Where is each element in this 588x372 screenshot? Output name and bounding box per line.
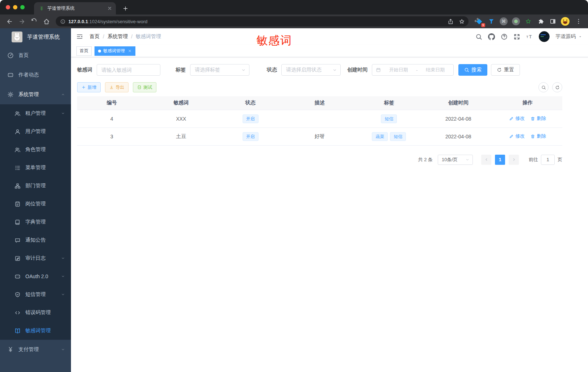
cell-actions: 修改删除 [493, 128, 562, 145]
date-range-picker[interactable]: 开始日期 - 结束日期 [372, 64, 454, 76]
add-button-label: 新增 [88, 84, 96, 91]
breadcrumb-system[interactable]: 系统管理 [108, 33, 128, 40]
sidebar-item-menu[interactable]: 菜单管理 [0, 159, 71, 177]
gear-icon [7, 91, 14, 98]
toggle-search-button[interactable] [538, 82, 549, 92]
sidebar-item-system[interactable]: 系统管理 [0, 85, 71, 104]
sidebar-item-error-code[interactable]: 错误码管理 [0, 304, 71, 322]
prev-page-button[interactable] [481, 155, 491, 165]
page-number-1[interactable]: 1 [495, 155, 505, 165]
date-separator: - [416, 67, 417, 73]
status-select[interactable]: 请选择启用状态 [281, 64, 341, 76]
logo-rabbit-avatar [12, 32, 22, 42]
window-close-button[interactable] [6, 5, 10, 9]
site-info-icon[interactable] [60, 19, 66, 24]
tag-close-icon[interactable] [128, 49, 132, 53]
menu-tree-icon [14, 165, 21, 171]
date-label: 创建时间 [347, 67, 368, 73]
page-size-select[interactable]: 10条/页 [438, 155, 473, 165]
search-button[interactable]: 搜索 [458, 64, 487, 76]
browser-tab[interactable]: 芋道管理系统 [34, 2, 116, 14]
profile-avatar[interactable] [560, 17, 570, 26]
extension-record-icon[interactable] [511, 17, 521, 26]
tag-home[interactable]: 首页 [76, 46, 92, 56]
tab-close-icon[interactable] [107, 6, 112, 11]
sidebar-item-role[interactable]: 角色管理 [0, 141, 71, 159]
extension-funnel-icon[interactable] [487, 17, 496, 26]
sidebar-item-tenant[interactable]: 租户管理 [0, 104, 71, 122]
sidebar-item-label: 用户管理 [25, 128, 46, 135]
user-avatar[interactable] [539, 31, 550, 42]
window-zoom-button[interactable] [20, 5, 25, 9]
code-icon [14, 310, 21, 316]
active-dot [98, 50, 101, 53]
sidebar-item-post[interactable]: 岗位管理 [0, 195, 71, 213]
tag-sensitive-word-active[interactable]: 敏感词管理 [94, 46, 135, 56]
sidebar-item-notice[interactable]: 通知公告 [0, 231, 71, 249]
breadcrumb-home[interactable]: 首页 [89, 33, 100, 40]
extensions-puzzle-icon[interactable] [536, 17, 545, 26]
font-size-icon[interactable]: T T [526, 33, 533, 40]
home-button[interactable] [41, 16, 52, 27]
next-page-button[interactable] [509, 155, 519, 165]
sidebar-item-sms[interactable]: 短信管理 [0, 285, 71, 304]
bookmark-star-icon[interactable] [459, 18, 465, 25]
sidebar-item-payment[interactable]: 支付管理 [0, 340, 71, 359]
sidebar-item-label: 短信管理 [25, 291, 46, 298]
sidebar-item-oauth[interactable]: OAuth 2.0 [0, 267, 71, 285]
chevron-up-icon [61, 92, 65, 97]
add-button[interactable]: 新增 [77, 82, 101, 92]
chevron-down-icon [61, 347, 65, 352]
edit-link[interactable]: 修改 [509, 133, 525, 139]
chevron-down-icon [61, 292, 65, 297]
edit-link[interactable]: 修改 [509, 115, 525, 122]
sidebar-item-sensitive-word[interactable]: 敏感词管理 [0, 322, 71, 340]
header-search-icon[interactable] [475, 33, 482, 40]
edit-log-icon [14, 255, 21, 262]
sidebar-item-label: 敏感词管理 [25, 327, 51, 334]
sidebar-item-audit-log[interactable]: 审计日志 [0, 249, 71, 267]
username-dropdown[interactable]: 芋道源码 [555, 33, 582, 40]
tag-label: 首页 [80, 48, 88, 54]
col-tags: 标签 [354, 96, 424, 110]
sidebar-item-author[interactable]: 作者动态 [0, 65, 71, 85]
date-end-placeholder[interactable]: 结束日期 [421, 67, 450, 73]
keyword-input[interactable] [97, 64, 160, 76]
new-tab-button[interactable] [122, 5, 129, 12]
date-start-placeholder[interactable]: 开始日期 [384, 67, 413, 73]
reload-button[interactable] [28, 16, 40, 27]
refresh-table-button[interactable] [552, 82, 562, 92]
col-desc: 描述 [285, 96, 354, 110]
browser-menu-icon[interactable] [573, 16, 584, 27]
cell-word: 土豆 [146, 128, 215, 145]
extension-star-icon[interactable] [524, 17, 533, 26]
share-icon[interactable] [448, 18, 454, 25]
sidebar-item-dict[interactable]: 字典管理 [0, 213, 71, 231]
tag-select[interactable]: 请选择标签 [190, 64, 249, 76]
test-button[interactable]: 测试 [133, 82, 156, 92]
delete-link[interactable]: 删除 [530, 133, 546, 139]
github-icon[interactable] [488, 33, 495, 40]
export-button[interactable]: 导出 [105, 82, 129, 92]
goto-page-input[interactable] [541, 155, 555, 165]
sidebar-fold-icon[interactable] [76, 33, 83, 40]
delete-link[interactable]: 删除 [530, 115, 546, 122]
sidebar-item-home[interactable]: 首页 [0, 46, 71, 65]
window-minimize-button[interactable] [13, 5, 17, 9]
chevron-down-icon [61, 111, 65, 116]
help-icon[interactable] [501, 33, 508, 40]
sidebar-item-label: 角色管理 [25, 146, 46, 153]
back-button[interactable] [4, 16, 15, 27]
window-controls [0, 5, 30, 14]
user-icon [14, 129, 21, 135]
fullscreen-icon[interactable] [513, 33, 520, 40]
sidebar-panel-icon[interactable] [548, 17, 558, 26]
extension-diamond-icon[interactable]: 9 [474, 17, 484, 26]
sidebar-item-dept[interactable]: 部门管理 [0, 177, 71, 195]
extension-command-icon[interactable]: ⌘ [499, 17, 508, 26]
sidebar-item-user[interactable]: 用户管理 [0, 122, 71, 141]
trash-icon [530, 134, 535, 139]
reset-button[interactable]: 重置 [491, 64, 520, 76]
forward-button[interactable] [16, 16, 28, 27]
address-bar[interactable]: 127.0.0.1:1024/system/sensitive-word [56, 16, 469, 26]
